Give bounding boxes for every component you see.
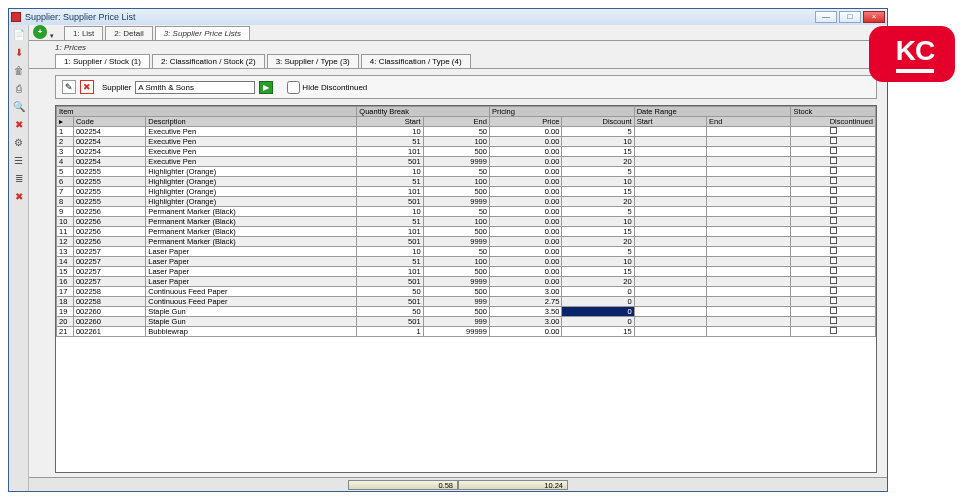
cell[interactable]: 101 [357,267,423,277]
minimize-button[interactable]: — [815,11,837,23]
cell[interactable]: 51 [357,137,423,147]
cell[interactable] [634,247,706,257]
cell[interactable]: 100 [423,257,489,267]
table-row[interactable]: 6002255Highlighter (Orange)511000.0010 [57,177,876,187]
cell[interactable]: 501 [357,237,423,247]
cell[interactable]: 50 [423,167,489,177]
cell[interactable]: 15 [562,227,634,237]
cell[interactable]: 002257 [73,257,145,267]
cell[interactable]: 0.00 [489,227,561,237]
cell[interactable]: Permanent Marker (Black) [146,227,357,237]
cell[interactable]: Permanent Marker (Black) [146,217,357,227]
cell[interactable]: Highlighter (Orange) [146,187,357,197]
cell[interactable] [634,197,706,207]
col-group-date[interactable]: Date Range [634,107,791,117]
cell[interactable]: 20 [562,197,634,207]
cell[interactable]: 10 [357,127,423,137]
cell[interactable]: Executive Pen [146,147,357,157]
cell[interactable]: 500 [423,267,489,277]
cell[interactable] [707,147,791,157]
table-row[interactable]: 16002257Laser Paper50199990.0020 [57,277,876,287]
cell[interactable]: 100 [423,137,489,147]
cell[interactable]: 501 [357,317,423,327]
cell[interactable]: 002256 [73,237,145,247]
cell[interactable]: 3.50 [489,307,561,317]
cell[interactable] [634,267,706,277]
cell[interactable]: 3 [57,147,74,157]
table-row[interactable]: 2002254Executive Pen511000.0010 [57,137,876,147]
table-row[interactable]: 11002256Permanent Marker (Black)1015000.… [57,227,876,237]
cell[interactable]: 500 [423,147,489,157]
cell[interactable]: Laser Paper [146,247,357,257]
close-button[interactable]: × [863,11,885,23]
cell[interactable]: 100 [423,217,489,227]
col-price[interactable]: Price [489,117,561,127]
cell[interactable]: 0.00 [489,237,561,247]
cell[interactable]: 15 [562,327,634,337]
cell[interactable]: 10 [57,217,74,227]
cell[interactable]: 10 [562,137,634,147]
cell[interactable]: 002256 [73,227,145,237]
cell[interactable]: 14 [57,257,74,267]
cell[interactable]: 5 [57,167,74,177]
find-icon[interactable]: 🔍 [13,101,25,113]
cell[interactable]: 002256 [73,217,145,227]
cell[interactable] [634,307,706,317]
cell[interactable] [634,327,706,337]
table-row[interactable]: 4002254Executive Pen50199990.0020 [57,157,876,167]
cell[interactable]: 0 [562,307,634,317]
cell[interactable]: 10 [357,247,423,257]
cell[interactable]: 0.00 [489,207,561,217]
cell[interactable]: Permanent Marker (Black) [146,207,357,217]
cell[interactable] [634,137,706,147]
cell[interactable]: Staple Gun [146,307,357,317]
cell[interactable]: 0.00 [489,277,561,287]
cell[interactable]: 500 [423,227,489,237]
cell[interactable]: 0.00 [489,257,561,267]
cell[interactable]: 10 [357,207,423,217]
table-row[interactable]: 14002257Laser Paper511000.0010 [57,257,876,267]
cell[interactable]: 15 [562,147,634,157]
cell[interactable]: 999 [423,297,489,307]
cell[interactable]: 1 [357,327,423,337]
cell[interactable] [707,197,791,207]
cell[interactable]: 99999 [423,327,489,337]
cell[interactable] [634,237,706,247]
col-date-end[interactable]: End [707,117,791,127]
table-row[interactable]: 10002256Permanent Marker (Black)511000.0… [57,217,876,227]
cell[interactable]: Executive Pen [146,127,357,137]
cell[interactable]: Permanent Marker (Black) [146,237,357,247]
cell[interactable] [791,267,876,277]
cell[interactable] [791,127,876,137]
table-row[interactable]: 7002255Highlighter (Orange)1015000.0015 [57,187,876,197]
cell[interactable]: Highlighter (Orange) [146,167,357,177]
filter-tab-classification-stock[interactable]: 2: Classification / Stock (2) [152,54,265,68]
cell[interactable]: 9 [57,207,74,217]
cell[interactable] [707,207,791,217]
cell[interactable]: 15 [57,267,74,277]
filter-tab-classification-type[interactable]: 4: Classification / Type (4) [361,54,471,68]
cell[interactable] [791,187,876,197]
cell[interactable] [791,257,876,267]
cell[interactable]: 19 [57,307,74,317]
cell[interactable]: 0.00 [489,167,561,177]
cell[interactable]: Continuous Feed Paper [146,287,357,297]
cell[interactable]: 0.00 [489,197,561,207]
cell[interactable] [707,327,791,337]
cell[interactable]: 9999 [423,197,489,207]
cell[interactable]: 3.00 [489,317,561,327]
cell[interactable] [707,257,791,267]
cell[interactable]: 002254 [73,137,145,147]
cell[interactable]: 2 [57,137,74,147]
print-icon[interactable]: ⎙ [13,83,25,95]
cell[interactable] [707,167,791,177]
filter-tab-supplier-stock[interactable]: 1: Supplier / Stock (1) [55,54,150,68]
col-description[interactable]: Description [146,117,357,127]
table-row[interactable]: 15002257Laser Paper1015000.0015 [57,267,876,277]
gear-icon[interactable]: ⚙ [13,137,25,149]
cell[interactable] [634,187,706,197]
cell[interactable]: 002261 [73,327,145,337]
table-row[interactable]: 12002256Permanent Marker (Black)50199990… [57,237,876,247]
cell[interactable]: 10 [357,167,423,177]
cell[interactable]: 002254 [73,127,145,137]
